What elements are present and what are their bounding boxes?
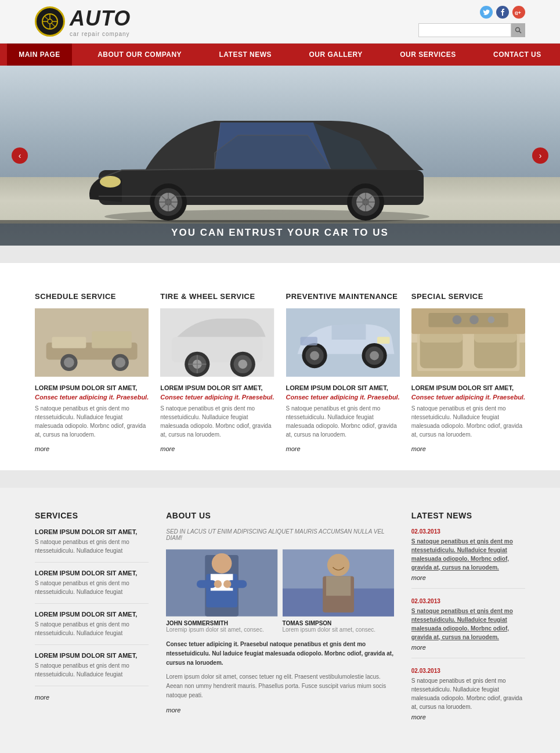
- hero-arrow-left[interactable]: ‹: [12, 147, 28, 164]
- service-text-title-1: LOREM IPSUM DOLOR SIT AMET,: [35, 384, 149, 391]
- nav-contact[interactable]: CONTACT US: [482, 44, 553, 66]
- svg-point-52: [310, 351, 319, 361]
- logo-area: AUTO car repair company: [35, 6, 131, 37]
- site-tagline: car repair company: [70, 31, 131, 37]
- about-photo-2: [283, 548, 394, 618]
- service-more-1[interactable]: more: [35, 445, 49, 452]
- news-date-3: 02.03.2013: [411, 668, 525, 674]
- twitter-icon[interactable]: [480, 6, 493, 19]
- news-text-3: S natoque penatibus et gnis dent mo ntes…: [411, 676, 525, 711]
- service-card-1: SCHEDULE SERVICE LOREM IPSUM DOLOR SIT A…: [35, 292, 149, 453]
- service-text-body-4: S natoque penatibus et gnis dent mo ntes…: [411, 404, 525, 439]
- news-date-2: 02.03.2013: [411, 598, 525, 604]
- svg-point-68: [469, 315, 479, 325]
- nav-services[interactable]: OUR SERVICES: [388, 44, 467, 66]
- services-list-item-4: LOREM IPSUM DOLOR SIT AMET, S natoque pe…: [35, 652, 149, 686]
- service-text-body-1: S natoque penatibus et gnis dent mo ntes…: [35, 404, 149, 439]
- main-nav: MAIN PAGE ABOUT OUR COMPANY LATEST NEWS …: [0, 44, 560, 66]
- about-body-highlight: Consec tetuer adipicing it. Praesebul na…: [166, 640, 394, 668]
- service-card-3: PREVENTIVE MAINTENANCE LOREM I: [286, 292, 400, 453]
- news-text-2: S natoque penatibus et gnis dent mo ntes…: [411, 607, 525, 642]
- services-list-title-3: LOREM IPSUM DOLOR SIT AMET,: [35, 611, 149, 618]
- about-person2-desc: Lorem ipsum dolor sit amet, consec.: [283, 626, 394, 633]
- news-date-1: 02.03.2013: [411, 528, 525, 535]
- services-section: SCHEDULE SERVICE LOREM IPSUM DOLOR SIT A…: [0, 263, 560, 470]
- svg-point-55: [370, 351, 379, 361]
- search-input[interactable]: [418, 23, 511, 37]
- service-text-subtitle-3: Consec tetuer adipicing it. Praesebul.: [286, 394, 400, 401]
- google-plus-icon[interactable]: g+: [512, 6, 525, 19]
- about-person1-desc: Loremip ipsum dolor sit amet, consec.: [166, 626, 277, 633]
- svg-rect-66: [428, 313, 508, 327]
- services-list-body-1: S natoque penatibus et gnis dent mo ntes…: [35, 538, 149, 555]
- header-right: g+: [418, 6, 525, 37]
- services-list-item-3: LOREM IPSUM DOLOR SIT AMET, S natoque pe…: [35, 611, 149, 645]
- svg-point-78: [223, 580, 231, 588]
- service-text-subtitle-2: Consec tetuer adipicing it. Praesebul.: [160, 394, 274, 401]
- service-title-2: TIRE & WHEEL SERVICE: [160, 292, 274, 301]
- search-bar[interactable]: [418, 23, 525, 37]
- svg-rect-34: [92, 331, 132, 348]
- service-more-4[interactable]: more: [411, 445, 426, 452]
- news-more-2[interactable]: more: [411, 644, 525, 651]
- service-text-subtitle-1: Consec tetuer adipicing it. Praesebul.: [35, 394, 149, 401]
- news-text-1: S natoque penatibus et gnis dent mo ntes…: [411, 537, 525, 572]
- about-subtitle: SED IN LACUS UT ENIM ADIPISCING ALIQUET …: [166, 528, 394, 541]
- services-list-item-2: LOREM IPSUM DOLOR SIT AMET, S natoque pe…: [35, 570, 149, 604]
- nav-gallery[interactable]: OUR GALLERY: [297, 44, 374, 66]
- nav-about[interactable]: ABOUT OUR COMPANY: [86, 44, 193, 66]
- search-button[interactable]: [511, 23, 525, 37]
- news-more-3[interactable]: more: [411, 714, 525, 720]
- svg-rect-56: [300, 337, 317, 345]
- service-title-3: PREVENTIVE MAINTENANCE: [286, 292, 400, 301]
- svg-rect-57: [377, 337, 390, 344]
- svg-rect-83: [326, 576, 350, 596]
- svg-point-81: [327, 554, 349, 576]
- news-item-3: 02.03.2013 S natoque penatibus et gnis d…: [411, 668, 525, 727]
- news-item-2: 02.03.2013 S natoque penatibus et gnis d…: [411, 598, 525, 658]
- social-icons: g+: [480, 6, 525, 19]
- service-img-2: [160, 308, 274, 377]
- services-list-more[interactable]: more: [35, 694, 49, 701]
- hero-arrow-right[interactable]: ›: [532, 147, 548, 164]
- service-img-1: [35, 308, 149, 377]
- about-person2-name: TOMAS SIMPSON: [283, 620, 394, 626]
- services-list-item-1: LOREM IPSUM DOLOR SIT AMET, S natoque pe…: [35, 528, 149, 563]
- nav-news[interactable]: LATEST NEWS: [207, 44, 283, 66]
- service-text-title-3: LOREM IPSUM DOLOR SIT AMET,: [286, 384, 400, 391]
- services-list-body-4: S natoque penatibus et gnis dent mo ntes…: [35, 661, 149, 679]
- svg-line-7: [52, 23, 55, 27]
- svg-point-36: [64, 358, 74, 368]
- service-more-3[interactable]: more: [286, 445, 301, 452]
- news-heading: LATEST NEWS: [411, 511, 525, 520]
- service-more-2[interactable]: more: [160, 445, 175, 452]
- news-more-1[interactable]: more: [411, 574, 525, 581]
- news-link-2[interactable]: S natoque penatibus et gnis dent mo ntes…: [411, 608, 513, 640]
- about-photo-1: [166, 548, 277, 618]
- service-img-3: [286, 308, 400, 377]
- svg-text:g+: g+: [515, 10, 521, 15]
- news-link-1[interactable]: S natoque penatibus et gnis dent mo ntes…: [411, 538, 513, 571]
- services-list-title-2: LOREM IPSUM DOLOR SIT AMET,: [35, 570, 149, 577]
- logo-text: AUTO car repair company: [70, 6, 131, 37]
- about-heading: ABOUT US: [166, 511, 394, 520]
- news-column: LATEST NEWS 02.03.2013 S natoque penatib…: [411, 511, 525, 737]
- services-list-title-4: LOREM IPSUM DOLOR SIT AMET,: [35, 652, 149, 659]
- about-more[interactable]: more: [166, 707, 180, 714]
- nav-main-page[interactable]: MAIN PAGE: [7, 44, 72, 66]
- svg-point-72: [212, 553, 232, 574]
- services-list-column: SERVICES LOREM IPSUM DOLOR SIT AMET, S n…: [35, 511, 149, 737]
- svg-rect-75: [197, 580, 216, 588]
- services-list-body-3: S natoque penatibus et gnis dent mo ntes…: [35, 620, 149, 637]
- service-text-subtitle-4: Consec tetuer adipicing it. Praesebul.: [411, 394, 525, 401]
- logo-icon: [35, 6, 65, 37]
- service-text-body-3: S natoque penatibus et gnis dent mo ntes…: [286, 404, 400, 439]
- facebook-icon[interactable]: [496, 6, 509, 19]
- svg-line-10: [519, 31, 522, 34]
- svg-point-69: [487, 316, 494, 323]
- service-text-body-2: S natoque penatibus et gnis dent mo ntes…: [160, 404, 274, 439]
- hero-banner: YOU CAN ENTRUST YOUR CAR TO US ‹ ›: [0, 66, 560, 246]
- about-highlight-text: Consec tetuer adipicing it. Praesebul na…: [166, 641, 393, 666]
- service-text-title-4: LOREM IPSUM DOLOR SIT AMET,: [411, 384, 525, 391]
- services-list-heading: SERVICES: [35, 511, 149, 520]
